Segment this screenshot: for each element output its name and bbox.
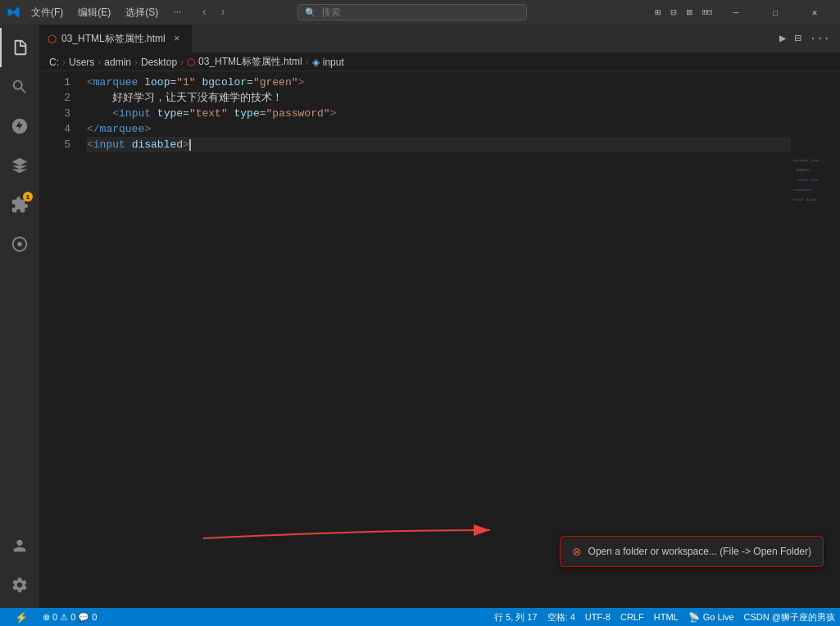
notification-text: Open a folder or workspace... (File -> O… <box>588 546 811 557</box>
encoding-label: UTF-8 <box>585 612 611 622</box>
line-num-2: 2 <box>39 90 70 106</box>
line-num-1: 1 <box>39 75 70 90</box>
code-line-4: </marquee> <box>87 121 791 137</box>
split-editor-icon[interactable]: ⊟ <box>791 28 804 48</box>
debug-icon[interactable] <box>0 146 39 185</box>
title-bar: 文件(F) 编辑(E) 选择(S) ··· ‹ › 🔍 ⊞ ⊟ ⊠ ⊞⊟ — ☐… <box>0 0 840 25</box>
search-activity-icon[interactable] <box>0 67 39 107</box>
minimap: <marquee loop=.. 好好学习... <input type.. <… <box>791 71 840 608</box>
notification-error-icon: ⊗ <box>572 545 582 558</box>
extensions-badge: 1 <box>23 192 33 202</box>
tab-actions: ▶ ⊟ ··· <box>776 25 840 52</box>
code-line-1: <marquee loop="1" bgcolor="green" > <box>87 75 791 90</box>
status-position[interactable]: 行 5, 列 17 <box>489 608 543 626</box>
settings-icon[interactable] <box>0 565 39 605</box>
tab-filename: 03_HTML标签属性.html <box>61 32 166 46</box>
line-num-4: 4 <box>39 121 70 137</box>
search-wrapper: 🔍 <box>297 4 527 20</box>
search-input[interactable] <box>321 7 520 18</box>
title-bar-left: 文件(F) 编辑(E) 选择(S) ··· ‹ › <box>7 4 231 21</box>
status-bar: ⚡ ⊗ 0 ⚠ 0 💬 0 行 5, 列 17 空格: 4 UTF-8 CRLF… <box>0 608 840 626</box>
editor-main: 1 2 3 4 5 <marquee loop="1" bgcolor="gre… <box>39 71 840 608</box>
spaces-label: 空格: 4 <box>547 611 575 624</box>
breadcrumb-input[interactable]: input <box>323 57 344 68</box>
close-button[interactable]: ✕ <box>796 0 833 25</box>
layout-icon-3[interactable]: ⊠ <box>683 5 696 20</box>
tab-html-icon: ⬡ <box>48 33 57 45</box>
status-remote[interactable]: ⚡ <box>7 608 36 626</box>
error-icon: ⊗ <box>43 612 50 623</box>
menu-edit[interactable]: 编辑(E) <box>71 4 117 21</box>
menu-more[interactable]: ··· <box>166 4 188 21</box>
menu-select[interactable]: 选择(S) <box>119 4 165 21</box>
warning-count: 0 <box>70 612 75 622</box>
layout-icon-4[interactable]: ⊞⊟ <box>699 6 715 19</box>
maximize-button[interactable]: ☐ <box>756 0 794 25</box>
language-label: HTML <box>654 612 679 622</box>
minimize-button[interactable]: — <box>717 0 755 25</box>
notification-box: ⊗ Open a folder or workspace... (File ->… <box>560 536 824 567</box>
layout-icons: ⊞ ⊟ ⊠ ⊞⊟ <box>652 5 715 20</box>
main-container: 1 ⬡ 03_HTML标签属性.html <box>0 25 840 608</box>
status-spaces[interactable]: 空格: 4 <box>543 608 580 626</box>
status-right: 行 5, 列 17 空格: 4 UTF-8 CRLF HTML 📡 Go Liv… <box>489 608 840 626</box>
go-live-label: Go Live <box>703 612 734 622</box>
warning-icon: ⚠ <box>60 612 68 623</box>
breadcrumb-desktop[interactable]: Desktop <box>141 57 177 68</box>
layout-icon-2[interactable]: ⊟ <box>667 5 679 20</box>
extensions-icon[interactable]: 1 <box>0 185 39 225</box>
title-bar-right: ⊞ ⊟ ⊠ ⊞⊟ — ☐ ✕ <box>652 0 833 25</box>
more-actions-icon[interactable]: ··· <box>806 29 833 48</box>
status-language[interactable]: HTML <box>649 608 683 626</box>
breadcrumb-input-icon: ◈ <box>312 57 320 68</box>
error-count: 0 <box>52 612 57 622</box>
layout-icon-1[interactable]: ⊞ <box>652 5 664 20</box>
info-icon: 💬 <box>78 612 89 623</box>
nav-buttons: ‹ › <box>196 4 231 20</box>
line-ending-label: CRLF <box>620 612 644 622</box>
tab-close-button[interactable]: × <box>170 32 184 45</box>
vscode-icon <box>7 6 20 19</box>
menu-file[interactable]: 文件(F) <box>25 4 70 21</box>
remote-icon[interactable] <box>0 225 39 264</box>
breadcrumb-c[interactable]: C: <box>49 57 59 68</box>
status-go-live[interactable]: 📡 Go Live <box>683 608 739 626</box>
activity-bottom <box>0 526 39 605</box>
search-icon: 🔍 <box>305 7 316 18</box>
breadcrumb: C: › Users › admin › Desktop › ⬡ 03_HTML… <box>39 53 840 71</box>
line-num-5: 5 <box>39 137 70 152</box>
editor-container: ⬡ 03_HTML标签属性.html × ▶ ⊟ ··· C: › Users … <box>39 25 840 608</box>
forward-button[interactable]: › <box>215 4 231 20</box>
active-tab[interactable]: ⬡ 03_HTML标签属性.html × <box>39 25 192 52</box>
code-line-3: <input type="text" type="password" > <box>87 106 791 121</box>
code-line-2: 好好学习，让天下没有难学的技术！ <box>87 90 791 106</box>
breadcrumb-admin[interactable]: admin <box>104 57 131 68</box>
breadcrumb-file[interactable]: 03_HTML标签属性.html <box>198 55 302 69</box>
menu-items: 文件(F) 编辑(E) 选择(S) ··· <box>25 4 188 21</box>
status-encoding[interactable]: UTF-8 <box>580 608 615 626</box>
source-control-icon[interactable] <box>0 107 39 146</box>
go-live-icon: 📡 <box>688 612 700 623</box>
back-button[interactable]: ‹ <box>196 4 212 20</box>
info-count: 0 <box>92 612 97 622</box>
line-num-3: 3 <box>39 106 70 121</box>
status-left: ⚡ ⊗ 0 ⚠ 0 💬 0 <box>0 608 108 626</box>
status-line-ending[interactable]: CRLF <box>615 608 649 626</box>
explorer-icon[interactable] <box>0 28 39 67</box>
line-numbers: 1 2 3 4 5 <box>39 71 80 608</box>
account-icon[interactable] <box>0 526 39 565</box>
position-label: 行 5, 列 17 <box>494 611 538 624</box>
search-bar: 🔍 <box>297 4 527 20</box>
activity-bar: 1 <box>0 25 39 608</box>
code-line-5: <input disabled > <box>87 137 791 152</box>
code-content: <marquee loop="1" bgcolor="green" > 好好学习… <box>80 71 791 608</box>
breadcrumb-html-icon: ⬡ <box>187 57 195 68</box>
run-icon[interactable]: ▶ <box>776 28 789 48</box>
breadcrumb-users[interactable]: Users <box>69 57 94 68</box>
status-errors[interactable]: ⊗ 0 ⚠ 0 💬 0 <box>38 608 102 626</box>
code-editor[interactable]: 1 2 3 4 5 <marquee loop="1" bgcolor="gre… <box>39 71 840 608</box>
csdn-label: CSDN @狮子座的男孩 <box>744 611 835 624</box>
svg-point-0 <box>17 242 22 247</box>
status-csdn: CSDN @狮子座的男孩 <box>739 608 840 626</box>
tab-bar: ⬡ 03_HTML标签属性.html × ▶ ⊟ ··· <box>39 25 840 53</box>
